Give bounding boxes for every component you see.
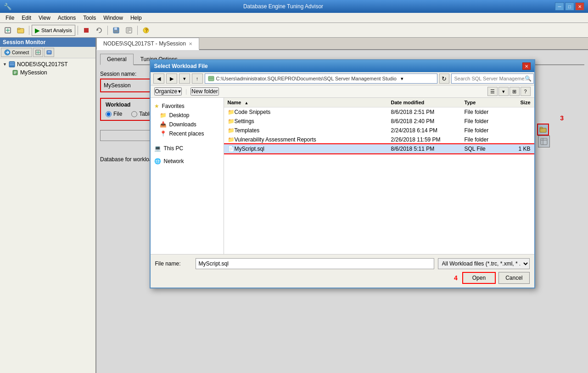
path-bar[interactable]: C:\Users\administrator.SQLREPRO\Document… [205, 73, 437, 84]
forward-button[interactable]: ▶ [166, 73, 177, 84]
toolbar-separator-3 [107, 26, 108, 35]
session-monitor-tree: ▼ NODE5\SQL2017ST MySession [0, 58, 95, 373]
downloads-label: Downloads [169, 121, 196, 128]
file-date-2: 2/24/2018 6:14 PM [387, 127, 461, 134]
new-session-button[interactable] [2, 25, 14, 36]
path-text: C:\Users\administrator.SQLREPRO\Document… [216, 76, 397, 81]
refresh-button[interactable]: ↻ [439, 73, 449, 84]
modal-close-button[interactable]: ✕ [522, 62, 531, 70]
svg-rect-24 [10, 64, 14, 65]
pc-label: This PC [164, 145, 184, 152]
col-type-label: Type [465, 100, 476, 105]
menu-help[interactable]: Help [127, 14, 146, 22]
file-name-0: Code Snippets [235, 109, 271, 115]
path-icon [208, 75, 214, 82]
file-row-0[interactable]: 📁Code Snippets 8/6/2018 2:51 PM File fol… [224, 107, 534, 117]
toolbar-separator-4 [137, 26, 138, 35]
file-row-selected[interactable]: 📄MyScript.sql 8/6/2018 5:11 PM SQL File … [224, 144, 534, 153]
report-button[interactable] [123, 25, 135, 36]
sidebar-favorites[interactable]: ★ Favorites [152, 102, 222, 111]
menu-file[interactable]: File [2, 14, 18, 22]
file-row-2[interactable]: 📁Templates 2/24/2018 6:14 PM File folder [224, 126, 534, 135]
file-row-1[interactable]: 📁Settings 8/6/2018 2:40 PM File folder [224, 117, 534, 126]
svg-rect-23 [10, 62, 14, 63]
svg-rect-20 [47, 51, 51, 54]
up-button[interactable]: ↑ [192, 73, 203, 84]
svg-rect-5 [84, 28, 89, 33]
col-type[interactable]: Type [461, 99, 507, 106]
menu-tools[interactable]: Tools [79, 14, 100, 22]
menu-edit[interactable]: Edit [18, 14, 35, 22]
path-dropdown-icon[interactable]: ▾ [398, 76, 406, 82]
view-dropdown-button[interactable]: ▾ [498, 87, 509, 96]
fd-file-list: Name ▲ Date modified Type [224, 98, 534, 254]
close-button[interactable]: ✕ [575, 2, 584, 11]
search-input[interactable] [451, 73, 534, 84]
sidebar-this-pc[interactable]: 💻 This PC [152, 144, 222, 153]
organize-button[interactable]: Organize ▾ [154, 87, 182, 96]
tree-child-label: MySession [20, 69, 47, 76]
file-type-0: File folder [461, 108, 507, 116]
network-label: Network [164, 158, 184, 164]
fd-bottom: File name: All Workload files (*.trc, *.… [151, 254, 534, 288]
col-size[interactable]: Size [507, 99, 534, 106]
start-analysis-button[interactable]: ▶ Start Analysis [32, 25, 75, 36]
menu-view[interactable]: View [35, 14, 54, 22]
minimize-button[interactable]: ─ [555, 2, 564, 11]
stop-button[interactable] [80, 25, 92, 36]
file-type-3: File folder [461, 136, 507, 143]
session-monitor-title: Session Monitor [0, 38, 95, 47]
file-icon-2: 📁 [228, 127, 235, 134]
sidebar-downloads[interactable]: 📥 Downloads [158, 120, 222, 129]
view-list-button[interactable]: ☰ [487, 87, 498, 96]
tab-close-icon[interactable]: ✕ [189, 41, 192, 46]
fd-body: ★ Favorites 📁 Desktop 📥 Downloads [151, 98, 534, 254]
sidebar-network[interactable]: 🌐 Network [152, 157, 222, 166]
file-size-3 [507, 139, 534, 140]
save-button[interactable] [110, 25, 122, 36]
col-date[interactable]: Date modified [387, 99, 461, 106]
sm-btn-2[interactable] [44, 48, 54, 57]
file-row-3[interactable]: 📁Vulnerability Assessment Reports 2/26/2… [224, 135, 534, 144]
restart-button[interactable] [93, 25, 105, 36]
view-help-button[interactable]: ? [521, 87, 531, 96]
open-button[interactable]: Open [462, 272, 496, 284]
tree-root[interactable]: ▼ NODE5\SQL2017ST [2, 60, 94, 68]
tree-child-session[interactable]: MySession [11, 68, 94, 77]
app-icon: 🔧 [4, 3, 11, 10]
file-icon-3: 📁 [228, 136, 235, 143]
help-button[interactable]: ? [140, 25, 152, 36]
col-size-label: Size [520, 100, 530, 105]
main-tab[interactable]: NODE5\SQL2017ST - MySession ✕ [96, 38, 199, 50]
modal-title: Select Workload File [154, 63, 208, 69]
favorites-label: Favorites [162, 103, 185, 109]
menu-bar: File Edit View Actions Tools Window Help [0, 13, 588, 23]
dropdown-button[interactable]: ▾ [179, 73, 190, 84]
fd-filetype-select[interactable]: All Workload files (*.trc, *.xml, * ... [438, 258, 530, 269]
view-details-button[interactable]: ⊞ [510, 87, 520, 96]
back-button[interactable]: ◀ [153, 73, 164, 84]
col-name[interactable]: Name ▲ [224, 99, 387, 106]
connect-button[interactable]: Connect [1, 48, 32, 57]
organize-bar: Organize ▾ | New folder ☰ ▾ ⊞ ? [151, 85, 534, 98]
organize-sep: | [185, 88, 187, 95]
desktop-label: Desktop [169, 112, 190, 119]
sidebar-spacer-2 [152, 153, 222, 157]
sidebar-recent-places[interactable]: 📍 Recent places [158, 129, 222, 138]
restore-button[interactable]: □ [565, 2, 574, 11]
modal-title-bar: Select Workload File ✕ [151, 60, 534, 72]
menu-window[interactable]: Window [100, 14, 127, 22]
new-folder-button[interactable]: New folder [190, 87, 218, 96]
cancel-button[interactable]: Cancel [498, 272, 529, 284]
open-button[interactable] [15, 25, 27, 36]
sidebar-desktop[interactable]: 📁 Desktop [158, 111, 222, 120]
fd-filename-input[interactable] [196, 258, 434, 269]
network-icon: 🌐 [154, 158, 161, 164]
select-workload-dialog: Select Workload File ✕ ◀ ▶ ▾ ↑ C:\Users\… [150, 59, 535, 288]
toolbar: ▶ Start Analysis ? [0, 23, 588, 38]
svg-marker-6 [97, 29, 99, 31]
play-icon: ▶ [35, 27, 40, 34]
menu-actions[interactable]: Actions [54, 14, 79, 22]
downloads-icon: 📥 [160, 121, 167, 128]
sm-btn-1[interactable] [33, 48, 43, 57]
